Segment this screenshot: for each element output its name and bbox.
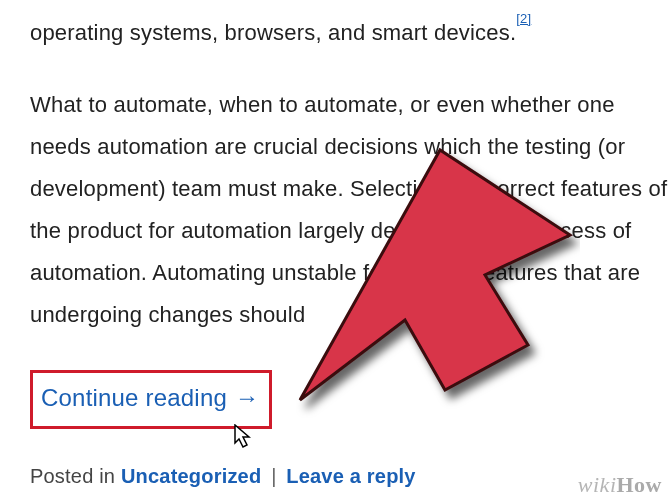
- posted-in-label: Posted in: [30, 465, 121, 487]
- continue-reading-highlight: Continue reading →: [30, 370, 272, 429]
- continue-reading-label: Continue reading: [41, 377, 227, 419]
- post-meta: Posted in Uncategorized | Leave a reply: [30, 455, 670, 497]
- category-link[interactable]: Uncategorized: [121, 465, 261, 487]
- reference-2-link[interactable]: [2]: [516, 11, 531, 26]
- wikihow-watermark: wikiHow: [578, 472, 662, 498]
- leave-reply-link[interactable]: Leave a reply: [286, 465, 415, 487]
- watermark-wiki: wiki: [578, 472, 617, 497]
- meta-separator: |: [271, 465, 276, 487]
- paragraph-1-tail: operating systems, browsers, and smart d…: [30, 0, 670, 54]
- paragraph-1-text: operating systems, browsers, and smart d…: [30, 20, 516, 45]
- watermark-how: How: [617, 472, 663, 497]
- arrow-right-icon: →: [235, 377, 259, 419]
- paragraph-2: What to automate, when to automate, or e…: [30, 84, 670, 336]
- continue-reading-link[interactable]: Continue reading →: [41, 377, 259, 419]
